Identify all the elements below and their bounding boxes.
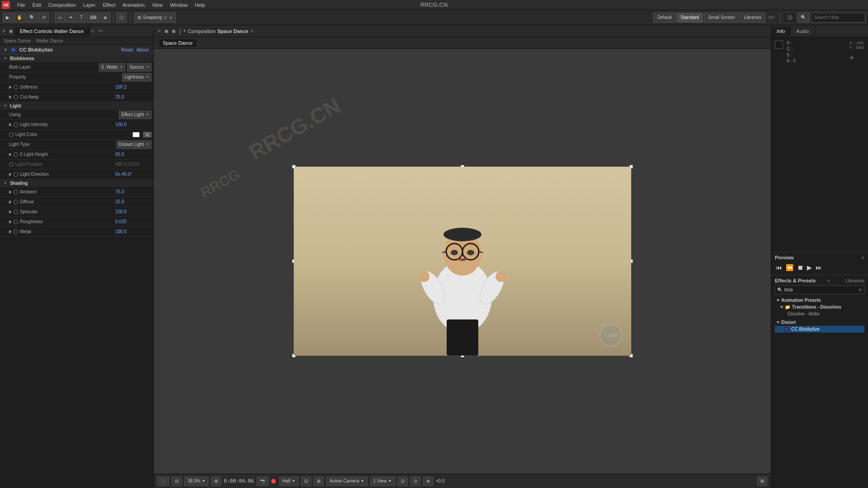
- quality-dropdown[interactable]: Half ▼: [279, 477, 299, 486]
- ambient-expand[interactable]: [9, 190, 12, 194]
- effect-expand-arrow[interactable]: ▼: [4, 47, 8, 52]
- workspace-small-screen[interactable]: Small Screen: [704, 13, 739, 23]
- using-dropdown[interactable]: Effect Light ▼: [119, 111, 151, 119]
- preview-menu[interactable]: ≡: [862, 255, 864, 260]
- close-comp-tab-btn[interactable]: ✕: [156, 28, 163, 33]
- snapping-control[interactable]: ⊞ Snapping ⊕ ⊗: [134, 13, 176, 23]
- cut-away-stopwatch[interactable]: [14, 95, 18, 99]
- tree-cc-blobbylize[interactable]: fx CC Blobbylize: [775, 326, 864, 333]
- light-pos-stopwatch[interactable]: [9, 162, 14, 167]
- libraries-title[interactable]: Libraries: [845, 278, 864, 283]
- tree-transitions-dissolves[interactable]: 📁 Transitions - Dissolves: [775, 304, 864, 310]
- menu-composition[interactable]: Composition: [45, 1, 80, 9]
- light-direction-value[interactable]: 0x-45.0°: [115, 172, 151, 177]
- toggle-grid-btn[interactable]: ⊟: [172, 477, 182, 486]
- softness-expand[interactable]: [9, 85, 12, 89]
- zoom-tool[interactable]: 🔍: [26, 13, 38, 23]
- menu-animation[interactable]: Animation: [119, 1, 148, 9]
- prev-first-btn[interactable]: ⏮: [775, 263, 783, 272]
- menu-layer[interactable]: Layer: [80, 1, 99, 9]
- blob-layer-source-dropdown[interactable]: Source ▼: [127, 63, 151, 71]
- 3d-view-btn[interactable]: ⊡: [398, 477, 408, 486]
- resolution-btn[interactable]: ⊞: [211, 477, 221, 486]
- light-section-header[interactable]: Light: [0, 102, 153, 110]
- effects-search-input[interactable]: [784, 287, 859, 292]
- selection-tool[interactable]: ▶: [3, 13, 13, 23]
- comp-options-btn[interactable]: ⊕: [423, 477, 433, 486]
- expand-panel-btn[interactable]: >>: [96, 28, 105, 33]
- text-tool[interactable]: T: [77, 13, 86, 23]
- diffuse-expand[interactable]: [9, 200, 12, 204]
- light-position-value[interactable]: 480.0,270.0: [115, 162, 151, 167]
- help-search-input[interactable]: [811, 13, 865, 23]
- menu-window[interactable]: Window: [166, 1, 191, 9]
- workspace-default[interactable]: Default: [653, 13, 676, 23]
- stamp-tool[interactable]: ◈: [100, 13, 110, 23]
- panel-options[interactable]: ≡: [90, 28, 96, 33]
- camera-dropdown[interactable]: Active Camera ▼: [326, 477, 368, 486]
- brush-tool[interactable]: ⌨: [87, 13, 99, 23]
- light-height-value[interactable]: 65.0: [115, 152, 151, 157]
- plus-crosshair[interactable]: +: [849, 53, 854, 62]
- tab-audio[interactable]: Audio: [791, 27, 815, 36]
- fast-preview-btn[interactable]: ⊡: [301, 477, 311, 486]
- info-monitor-btn[interactable]: ⬛: [784, 13, 796, 23]
- menu-view[interactable]: View: [148, 1, 166, 9]
- tree-animation-presets[interactable]: Animation Presets: [775, 297, 864, 304]
- metal-stopwatch[interactable]: [14, 230, 18, 234]
- specular-value[interactable]: 100.0: [115, 209, 151, 214]
- workspace-libraries[interactable]: Libraries: [740, 13, 765, 23]
- rotate-tool[interactable]: ↺: [39, 13, 49, 23]
- tab-info[interactable]: Info: [771, 27, 791, 36]
- menu-effect[interactable]: Effect: [99, 1, 119, 9]
- roughness-stopwatch[interactable]: [14, 220, 18, 224]
- reset-exposure-btn[interactable]: ⊙: [410, 477, 420, 486]
- prev-stop-btn[interactable]: ⏹: [796, 263, 804, 272]
- comp-menu-btn[interactable]: ◼: [163, 28, 170, 33]
- snapshot-btn[interactable]: 📷: [257, 477, 269, 486]
- light-color-chain[interactable]: ⛓: [143, 132, 151, 137]
- effect-about-btn[interactable]: About.: [137, 47, 150, 52]
- roughness-expand[interactable]: [9, 220, 12, 224]
- effects-menu[interactable]: ≡: [827, 278, 830, 283]
- light-height-expand[interactable]: [9, 153, 12, 156]
- roughness-value[interactable]: 0.025: [115, 219, 151, 224]
- tab-effect-controls[interactable]: Effect Controls Walter Dance: [14, 27, 90, 36]
- menu-help[interactable]: Help: [191, 1, 209, 9]
- specular-stopwatch[interactable]: [14, 210, 18, 214]
- cut-away-value[interactable]: 25.0: [115, 94, 151, 99]
- light-intensity-value[interactable]: 100.0: [115, 122, 151, 127]
- cut-away-expand[interactable]: [9, 95, 12, 99]
- pen-tool[interactable]: ✒: [66, 13, 76, 23]
- comp-tab-menu[interactable]: ≡: [251, 28, 254, 33]
- expand-viewer-btn[interactable]: ⊞: [757, 477, 767, 486]
- effects-search-clear[interactable]: ✕: [859, 287, 862, 292]
- workspace-standard[interactable]: Standard: [677, 13, 703, 23]
- prev-back-btn[interactable]: ⏪: [785, 263, 794, 272]
- prev-fwd-btn[interactable]: ⏭: [815, 263, 823, 272]
- property-dropdown[interactable]: Lightness ▼: [122, 73, 151, 81]
- shading-section-header[interactable]: Shading: [0, 179, 153, 187]
- effect-reset-btn[interactable]: Reset: [121, 47, 133, 52]
- composition-tab-label[interactable]: Composition: [188, 28, 216, 34]
- metal-expand[interactable]: [9, 230, 12, 234]
- toggle-transparency-btn[interactable]: ⬛: [157, 477, 169, 486]
- light-dir-expand[interactable]: [9, 173, 12, 176]
- breadcrumb-walter-dance[interactable]: Walter Dance: [36, 38, 63, 43]
- light-dir-stopwatch[interactable]: [14, 172, 18, 177]
- diffuse-stopwatch[interactable]: [14, 200, 18, 204]
- prev-play-btn[interactable]: ▶: [806, 263, 813, 272]
- light-type-dropdown[interactable]: Distant Light ▼: [116, 141, 151, 149]
- panel-menu-btn[interactable]: ◼: [7, 28, 14, 33]
- menu-edit[interactable]: Edit: [29, 1, 45, 9]
- light-height-stopwatch[interactable]: [14, 152, 18, 157]
- light-color-stopwatch[interactable]: [9, 132, 14, 137]
- viewer-space-dance-tab[interactable]: Space Dance: [159, 39, 196, 47]
- softness-value[interactable]: 100.2: [115, 84, 151, 89]
- softness-stopwatch[interactable]: [14, 85, 18, 89]
- view-dropdown[interactable]: 1 View ▼: [370, 477, 395, 486]
- comp-lock-btn[interactable]: ◼: [170, 28, 177, 33]
- search-btn[interactable]: 🔍: [797, 13, 809, 23]
- ambient-stopwatch[interactable]: [14, 190, 18, 194]
- workspace-more[interactable]: >>: [766, 14, 776, 21]
